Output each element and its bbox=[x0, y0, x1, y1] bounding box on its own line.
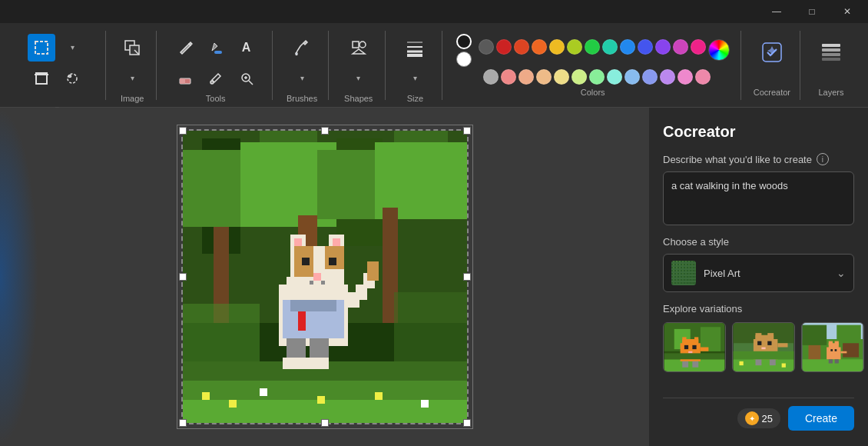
svg-rect-43 bbox=[202, 392, 210, 400]
color-swatch[interactable] bbox=[638, 39, 653, 55]
shapes-group: ▾ Shapes bbox=[332, 31, 386, 100]
layers-toolbar-label: Layers bbox=[818, 88, 843, 97]
image-more-button[interactable]: ▾ bbox=[118, 65, 146, 92]
background-color[interactable] bbox=[456, 52, 472, 67]
svg-rect-46 bbox=[317, 396, 325, 404]
svg-rect-105 bbox=[734, 351, 794, 360]
color-swatch[interactable] bbox=[518, 69, 534, 85]
color-swatch[interactable] bbox=[585, 39, 600, 55]
color-swatch[interactable] bbox=[554, 69, 569, 85]
eyedropper-button[interactable] bbox=[202, 65, 230, 92]
color-swatch[interactable] bbox=[567, 39, 582, 55]
color-swatch[interactable] bbox=[479, 39, 494, 55]
svg-rect-47 bbox=[375, 392, 383, 400]
text-button[interactable]: A bbox=[233, 34, 260, 62]
color-wheel[interactable] bbox=[708, 39, 730, 61]
handle-tl[interactable] bbox=[179, 127, 187, 135]
color-swatch[interactable] bbox=[496, 39, 512, 55]
canvas-area[interactable] bbox=[0, 108, 649, 446]
svg-rect-88 bbox=[701, 348, 709, 351]
prompt-textarea[interactable]: a cat walking in the woods bbox=[663, 171, 854, 225]
color-swatch[interactable] bbox=[589, 69, 605, 85]
foreground-color[interactable] bbox=[456, 34, 472, 49]
brush-button[interactable] bbox=[288, 34, 316, 62]
svg-rect-24 bbox=[822, 53, 840, 56]
handle-mr[interactable] bbox=[463, 273, 471, 281]
minimize-button[interactable]: — bbox=[759, 0, 794, 23]
color-swatch[interactable] bbox=[571, 69, 587, 85]
shapes-button[interactable] bbox=[345, 34, 373, 62]
svg-rect-121 bbox=[841, 351, 847, 354]
selection-more-button[interactable]: ▾ bbox=[58, 34, 86, 62]
handle-br[interactable] bbox=[463, 419, 471, 427]
image-resize-button[interactable] bbox=[118, 34, 146, 62]
svg-rect-106 bbox=[740, 361, 744, 365]
layers-toolbar-button[interactable] bbox=[813, 34, 850, 71]
color-swatch[interactable] bbox=[642, 69, 658, 85]
selection-rect-button[interactable] bbox=[28, 34, 55, 62]
zoom-button[interactable] bbox=[233, 65, 260, 92]
svg-rect-25 bbox=[822, 58, 840, 61]
color-swatch[interactable] bbox=[620, 39, 635, 55]
shapes-icons: ▾ bbox=[343, 34, 374, 92]
svg-rect-56 bbox=[294, 246, 313, 277]
handle-tr[interactable] bbox=[463, 127, 471, 135]
svg-rect-68 bbox=[363, 273, 375, 288]
credits-badge: ✦ 25 bbox=[737, 408, 780, 428]
style-thumb-pattern bbox=[671, 261, 696, 285]
fill-button[interactable] bbox=[202, 34, 230, 62]
variation-1[interactable] bbox=[663, 322, 726, 372]
color-swatch[interactable] bbox=[691, 39, 706, 55]
style-thumbnail bbox=[671, 261, 696, 285]
svg-rect-71 bbox=[310, 338, 329, 361]
style-label: Choose a style bbox=[663, 236, 854, 248]
eraser-button[interactable] bbox=[171, 65, 199, 92]
brushes-more-button[interactable]: ▾ bbox=[288, 65, 316, 92]
pencil-button[interactable] bbox=[171, 34, 199, 62]
size-more-button[interactable]: ▾ bbox=[401, 65, 429, 92]
style-selector[interactable]: Pixel Art ⌄ bbox=[663, 254, 854, 292]
color-swatch[interactable] bbox=[678, 69, 693, 85]
variation-3[interactable] bbox=[801, 322, 864, 372]
describe-label: Describe what you'd like to create i bbox=[663, 153, 854, 165]
svg-rect-39 bbox=[383, 208, 398, 323]
color-swatch[interactable] bbox=[607, 69, 622, 85]
describe-info-icon[interactable]: i bbox=[817, 153, 829, 165]
shapes-more-button[interactable]: ▾ bbox=[345, 65, 373, 92]
color-swatch[interactable] bbox=[673, 39, 688, 55]
svg-rect-33 bbox=[183, 150, 260, 227]
color-swatch[interactable] bbox=[655, 39, 671, 55]
color-swatch[interactable] bbox=[602, 39, 618, 55]
color-swatch[interactable] bbox=[501, 69, 516, 85]
svg-rect-29 bbox=[202, 138, 240, 254]
toolbar: ▾ ▾ Selection bbox=[0, 23, 868, 108]
cocreator-panel: Cocreator Describe what you'd like to cr… bbox=[649, 108, 868, 446]
color-swatch[interactable] bbox=[536, 69, 552, 85]
svg-rect-84 bbox=[694, 337, 698, 343]
selection-freeform-button[interactable] bbox=[58, 65, 86, 92]
create-button[interactable]: Create bbox=[788, 406, 854, 431]
svg-rect-55 bbox=[333, 238, 340, 250]
svg-rect-62 bbox=[321, 281, 325, 285]
handle-bl[interactable] bbox=[179, 419, 187, 427]
color-swatch[interactable] bbox=[514, 39, 529, 55]
svg-line-12 bbox=[249, 81, 253, 85]
cocreator-toolbar-button[interactable] bbox=[754, 34, 790, 71]
handle-tc[interactable] bbox=[321, 127, 329, 135]
color-swatch[interactable] bbox=[660, 69, 675, 85]
color-swatch[interactable] bbox=[483, 69, 499, 85]
color-swatch[interactable] bbox=[695, 69, 711, 85]
canvas-image-container[interactable] bbox=[181, 129, 469, 424]
image-label: Image bbox=[121, 94, 144, 103]
variation-2[interactable] bbox=[732, 322, 795, 372]
handle-ml[interactable] bbox=[179, 273, 187, 281]
color-swatch[interactable] bbox=[624, 69, 640, 85]
size-button[interactable] bbox=[401, 34, 429, 62]
maximize-button[interactable]: □ bbox=[794, 0, 830, 23]
close-button[interactable]: ✕ bbox=[830, 0, 865, 23]
color-swatch[interactable] bbox=[532, 39, 547, 55]
handle-bc[interactable] bbox=[321, 419, 329, 427]
svg-rect-99 bbox=[757, 341, 761, 345]
color-swatch[interactable] bbox=[549, 39, 565, 55]
image-crop-button[interactable] bbox=[28, 65, 55, 92]
